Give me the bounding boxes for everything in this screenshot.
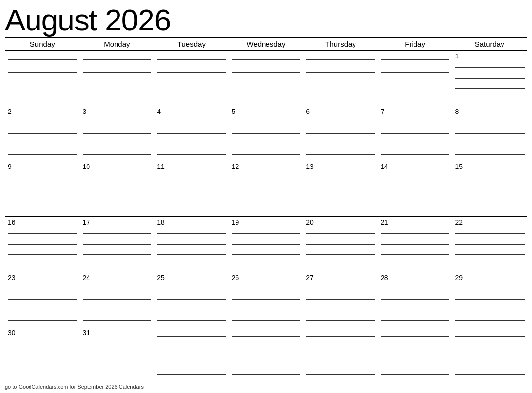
day-line <box>8 344 77 344</box>
day-line <box>8 123 77 123</box>
day-lines <box>157 227 226 271</box>
day-cell: 17 <box>80 217 155 272</box>
day-lines <box>455 116 525 160</box>
day-line <box>232 336 301 337</box>
day-line <box>8 154 77 155</box>
day-lines <box>8 338 77 381</box>
day-cell: 26 <box>229 272 304 327</box>
day-number: 9 <box>8 163 77 171</box>
day-cell: 22 <box>452 217 527 272</box>
day-lines <box>381 172 450 215</box>
day-number: 6 <box>306 108 375 116</box>
day-cell <box>5 51 80 106</box>
day-lines <box>232 116 301 160</box>
day-line <box>455 349 525 349</box>
day-line <box>83 265 152 265</box>
day-line <box>306 123 375 123</box>
day-number: 8 <box>455 108 525 116</box>
day-cell: 9 <box>5 161 80 216</box>
day-line <box>306 265 375 265</box>
day-header-monday: Monday <box>80 38 155 50</box>
day-cell <box>378 51 453 106</box>
day-line <box>157 299 226 300</box>
day-cell: 12 <box>229 161 304 216</box>
day-line <box>381 210 450 210</box>
day-cell: 8 <box>452 106 527 161</box>
day-line <box>306 289 375 289</box>
day-number: 19 <box>232 218 301 226</box>
day-line <box>157 362 226 362</box>
day-line <box>232 98 301 98</box>
day-line <box>83 210 152 210</box>
day-lines <box>8 172 77 215</box>
day-line <box>381 123 450 123</box>
day-line <box>8 59 77 60</box>
day-number: 17 <box>83 218 152 226</box>
day-line <box>306 233 375 234</box>
day-line <box>306 349 375 349</box>
day-line <box>8 299 77 300</box>
day-number: 30 <box>8 329 77 337</box>
day-lines <box>381 52 450 105</box>
day-number: 23 <box>8 274 77 282</box>
day-line <box>157 123 226 123</box>
day-line <box>381 98 450 98</box>
day-lines <box>232 172 301 215</box>
day-line <box>83 123 152 123</box>
day-line <box>8 376 77 376</box>
day-line <box>83 310 152 310</box>
day-line <box>232 244 301 245</box>
day-line <box>306 374 375 375</box>
day-line <box>232 289 301 289</box>
day-line <box>157 98 226 98</box>
day-lines <box>306 282 375 326</box>
day-line <box>381 59 450 60</box>
day-cell: 14 <box>378 161 453 216</box>
day-line <box>8 265 77 265</box>
day-line <box>232 144 301 144</box>
day-cell: 23 <box>5 272 80 327</box>
day-line <box>157 244 226 245</box>
calendar-page: August 2026 SundayMondayTuesdayWednesday… <box>0 0 532 393</box>
day-lines <box>381 329 450 381</box>
day-line <box>157 374 226 375</box>
day-line <box>306 98 375 98</box>
day-line <box>83 59 152 60</box>
day-cell: 30 <box>5 327 80 382</box>
day-lines <box>83 116 152 160</box>
day-number: 4 <box>157 108 226 116</box>
day-number: 18 <box>157 218 226 226</box>
month-title: August 2026 <box>5 5 527 35</box>
day-line <box>157 265 226 265</box>
day-cell: 2 <box>5 106 80 161</box>
day-lines <box>157 52 226 105</box>
day-line <box>83 154 152 155</box>
day-cell: 13 <box>303 161 378 216</box>
calendar-grid: SundayMondayTuesdayWednesdayThursdayFrid… <box>5 37 527 382</box>
day-number: 27 <box>306 274 375 282</box>
day-line <box>83 133 152 134</box>
day-lines <box>8 282 77 326</box>
day-number: 26 <box>232 274 301 282</box>
day-line <box>83 189 152 189</box>
week-row-3: 16171819202122 <box>5 217 527 272</box>
day-line <box>455 199 525 199</box>
day-line <box>381 233 450 234</box>
day-cell <box>303 327 378 382</box>
day-cell: 29 <box>452 272 527 327</box>
day-line <box>8 289 77 289</box>
day-line <box>306 72 375 73</box>
day-line <box>381 72 450 73</box>
day-number: 2 <box>8 108 77 116</box>
day-cell <box>154 327 229 382</box>
day-line <box>306 320 375 321</box>
day-line <box>232 154 301 155</box>
day-line <box>8 233 77 234</box>
day-line <box>8 210 77 210</box>
day-cell: 6 <box>303 106 378 161</box>
day-number: 28 <box>381 274 450 282</box>
day-number: 31 <box>83 329 152 337</box>
day-lines <box>83 52 152 105</box>
day-line <box>455 99 525 99</box>
day-lines <box>306 52 375 105</box>
